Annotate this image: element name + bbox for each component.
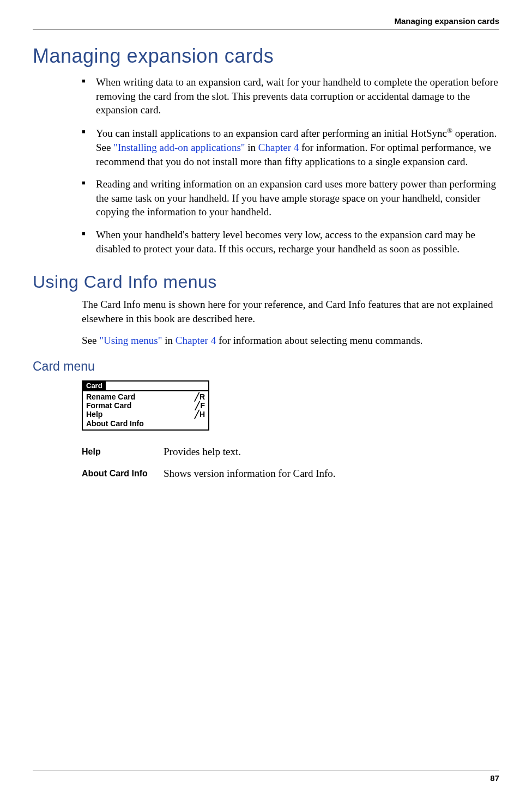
link-chapter-4[interactable]: Chapter 4 — [258, 142, 299, 153]
menu-item-shortcut: ╱F — [194, 401, 205, 410]
page: Managing expansion cards Managing expans… — [0, 0, 532, 799]
definition-desc: Provides help text. — [164, 446, 499, 458]
menu-item-label: Format Card — [86, 401, 131, 410]
menu-tab-card: Card — [83, 382, 106, 391]
text-fragment: in — [245, 142, 258, 153]
text-fragment: See — [82, 335, 99, 346]
definition-term-about-card-info: About Card Info — [82, 468, 164, 480]
section3-body: Card Rename Card ╱R Format Card ╱F Help … — [82, 380, 499, 479]
menu-tab-spacer — [106, 382, 208, 391]
link-using-menus[interactable]: "Using menus" — [99, 335, 162, 346]
page-footer: 87 — [33, 771, 499, 783]
menu-titlebar: Card — [83, 382, 208, 391]
menu-item-help: Help ╱H — [86, 410, 205, 419]
menu-item-rename-card: Rename Card ╱R — [86, 392, 205, 401]
section-managing-expansion-cards-title: Managing expansion cards — [33, 45, 499, 68]
bullet-item: Reading and writing information on an ex… — [82, 177, 499, 219]
link-chapter-4[interactable]: Chapter 4 — [176, 335, 216, 346]
definition-table: Help Provides help text. About Card Info… — [82, 446, 499, 480]
section-card-menu-title: Card menu — [33, 359, 499, 374]
menu-item-label: Rename Card — [86, 392, 135, 401]
running-header: Managing expansion cards — [33, 16, 499, 29]
menu-item-label: Help — [86, 410, 102, 419]
text-fragment: in — [162, 335, 175, 346]
section-using-card-info-menus-title: Using Card Info menus — [33, 272, 499, 292]
paragraph: See "Using menus" in Chapter 4 for infor… — [82, 334, 499, 348]
section1-body: When writing data to an expansion card, … — [82, 75, 499, 256]
link-installing-addons[interactable]: "Installing add-on applications" — [113, 142, 245, 153]
bullet-list: When writing data to an expansion card, … — [82, 75, 499, 256]
definition-row: About Card Info Shows version informatio… — [82, 468, 499, 480]
text-fragment: for information about selecting menu com… — [216, 335, 422, 346]
menu-item-format-card: Format Card ╱F — [86, 401, 205, 410]
bullet-item: You can install applications to an expan… — [82, 126, 499, 168]
menu-items: Rename Card ╱R Format Card ╱F Help ╱H Ab… — [83, 391, 208, 429]
card-menu-figure: Card Rename Card ╱R Format Card ╱F Help … — [82, 380, 209, 430]
menu-item-label: About Card Info — [86, 419, 144, 428]
section2-body: The Card Info menu is shown here for you… — [82, 298, 499, 347]
menu-item-shortcut: ╱R — [193, 392, 205, 401]
registered-mark: ® — [447, 126, 452, 135]
bullet-item: When writing data to an expansion card, … — [82, 75, 499, 117]
menu-item-about-card-info: About Card Info — [86, 419, 205, 428]
page-number: 87 — [490, 773, 499, 783]
paragraph: The Card Info menu is shown here for you… — [82, 298, 499, 325]
menu-item-shortcut: ╱H — [193, 410, 205, 419]
definition-desc: Shows version information for Card Info. — [164, 468, 499, 480]
definition-term-help: Help — [82, 446, 164, 458]
bullet-item: When your handheld's battery level becom… — [82, 228, 499, 256]
definition-row: Help Provides help text. — [82, 446, 499, 458]
text-fragment: You can install applications to an expan… — [96, 128, 447, 139]
